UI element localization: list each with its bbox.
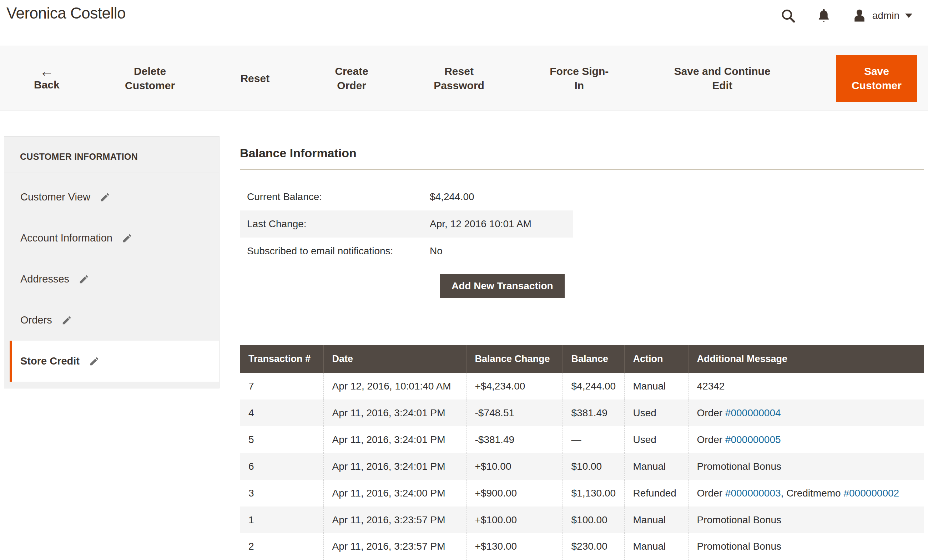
message-text: , Creditmemo: [781, 488, 844, 499]
sidebar-title: CUSTOMER INFORMATION: [4, 137, 219, 173]
cell-balance: $230.00: [563, 533, 624, 560]
toolbar-button-force-sign-in[interactable]: ← Force Sign- In: [549, 64, 609, 93]
transaction-row: 7Apr 12, 2016, 10:01:40 AM+$4,234.00$4,2…: [240, 373, 924, 400]
toolbar-button-reset-password[interactable]: ← Reset Password: [433, 64, 484, 93]
pencil-icon: [122, 233, 133, 243]
cell-additional-message: Promotional Bonus: [688, 533, 924, 560]
toolbar-button-label: Reset Password: [433, 64, 484, 93]
sidebar-item-store-credit[interactable]: Store Credit: [10, 341, 219, 382]
sidebar-item-label: Addresses: [20, 273, 69, 285]
balance-field-label: Subscribed to email notifications:: [247, 245, 430, 257]
toolbar-button-delete-customer[interactable]: ← Delete Customer: [125, 64, 175, 93]
toolbar-button-reset[interactable]: ← Reset: [240, 72, 270, 85]
toolbar-button-label: Force Sign- In: [549, 64, 609, 93]
message-text: Promotional Bonus: [697, 514, 781, 525]
transaction-row: 3Apr 11, 2016, 3:24:00 PM+$900.00$1,130.…: [240, 480, 924, 507]
search-icon[interactable]: [780, 8, 796, 24]
message-text: Promotional Bonus: [697, 461, 781, 472]
toolbar-button-label: Delete Customer: [125, 64, 175, 93]
cell-action: Refunded: [624, 480, 688, 507]
sidebar-item-orders[interactable]: Orders: [4, 300, 219, 341]
cell-balance: $381.49: [563, 400, 624, 426]
admin-username: admin: [872, 10, 899, 21]
toolbar-button-label: Save and Continue Edit: [674, 64, 771, 93]
column-header-additional-message: Additional Message: [688, 345, 924, 373]
sidebar-items: Customer View Account Information Addres…: [4, 173, 219, 382]
cell-balance: $1,130.00: [563, 480, 624, 507]
cell-balance: $100.00: [563, 507, 624, 533]
cell-transaction-id: 7: [240, 373, 324, 400]
column-header-balance: Balance: [563, 345, 624, 373]
cell-date: Apr 11, 2016, 3:24:00 PM: [324, 480, 466, 507]
cell-date: Apr 11, 2016, 3:23:57 PM: [324, 533, 466, 560]
balance-field-row: Last Change: Apr, 12 2016 10:01 AM: [240, 210, 573, 237]
transaction-row: 6Apr 11, 2016, 3:24:01 PM+$10.00$10.00Ma…: [240, 453, 924, 480]
cell-date: Apr 11, 2016, 3:24:01 PM: [324, 426, 466, 453]
cell-additional-message: Order #000000003, Creditmemo #000000002: [688, 480, 924, 507]
toolbar-button-label: Back: [34, 78, 60, 92]
cell-action: Manual: [624, 533, 688, 560]
cell-additional-message: 42342: [688, 373, 924, 400]
cell-transaction-id: 1: [240, 507, 324, 533]
cell-date: Apr 11, 2016, 3:24:01 PM: [324, 453, 466, 480]
sidebar-item-account-information[interactable]: Account Information: [4, 218, 219, 259]
balance-field-label: Last Change:: [247, 218, 430, 230]
cell-balance-change: +$4,234.00: [466, 373, 563, 400]
cell-date: Apr 12, 2016, 10:01:40 AM: [324, 373, 466, 400]
transaction-row: 1Apr 11, 2016, 3:23:57 PM+$100.00$100.00…: [240, 507, 924, 533]
column-header-balance-change: Balance Change: [466, 345, 563, 373]
message-text: 42342: [697, 380, 725, 392]
cell-balance: $10.00: [563, 453, 624, 480]
balance-field-value: Apr, 12 2016 10:01 AM: [430, 218, 531, 230]
column-header-date: Date: [324, 345, 466, 373]
toolbar-button-label: Save Customer: [852, 64, 902, 93]
add-new-transaction-button[interactable]: Add New Transaction: [440, 274, 565, 298]
cell-additional-message: Order #000000005: [688, 426, 924, 453]
sidebar-item-addresses[interactable]: Addresses: [4, 259, 219, 300]
transactions-table-header: Transaction #DateBalance ChangeBalanceAc…: [240, 345, 924, 373]
transaction-row: 5Apr 11, 2016, 3:24:01 PM-$381.49—UsedOr…: [240, 426, 924, 453]
sidebar-item-label: Customer View: [20, 191, 90, 203]
balance-information-fields: Current Balance: $4,244.00 Last Change: …: [240, 183, 573, 265]
cell-action: Used: [624, 400, 688, 426]
user-avatar-icon: [852, 8, 867, 24]
toolbar-button-create-order[interactable]: ← Create Order: [335, 64, 368, 93]
toolbar-button-label: Create Order: [335, 64, 368, 93]
sidebar-item-label: Account Information: [20, 232, 113, 244]
balance-field-value: No: [430, 245, 443, 257]
cell-additional-message: Order #000000004: [688, 400, 924, 426]
toolbar-button-save-customer[interactable]: ← Save Customer: [836, 55, 917, 102]
document-link[interactable]: #000000003: [725, 488, 781, 499]
balance-field-value: $4,244.00: [430, 191, 474, 202]
cell-transaction-id: 5: [240, 426, 324, 453]
toolbar-button-label: Reset: [240, 72, 270, 85]
cell-transaction-id: 4: [240, 400, 324, 426]
toolbar-button-back[interactable]: ← Back: [34, 65, 60, 92]
cell-balance-change: -$748.51: [466, 400, 563, 426]
column-header-transaction: Transaction #: [240, 345, 324, 373]
cell-action: Manual: [624, 453, 688, 480]
cell-balance-change: +$900.00: [466, 480, 563, 507]
page-title: Veronica Costello: [6, 4, 126, 22]
document-link[interactable]: #000000004: [725, 407, 781, 418]
message-text: Promotional Bonus: [697, 541, 781, 552]
cell-balance: $4,244.00: [563, 373, 624, 400]
cell-action: Used: [624, 426, 688, 453]
notifications-icon[interactable]: [817, 8, 831, 24]
sidebar-item-label: Orders: [20, 314, 52, 326]
cell-action: Manual: [624, 507, 688, 533]
customer-information-sidebar: CUSTOMER INFORMATION Customer View Accou…: [4, 136, 220, 388]
cell-date: Apr 11, 2016, 3:24:01 PM: [324, 400, 466, 426]
sidebar-item-label: Store Credit: [20, 355, 79, 367]
message-text: Order: [697, 407, 725, 418]
toolbar-button-save-and-continue-edit[interactable]: ← Save and Continue Edit: [674, 64, 771, 93]
page-header: Veronica Costello admin: [0, 0, 928, 46]
document-link[interactable]: #000000002: [843, 488, 899, 499]
caret-down-icon: [905, 14, 912, 18]
cell-balance: —: [563, 426, 624, 453]
document-link[interactable]: #000000005: [725, 434, 781, 445]
sidebar-item-customer-view[interactable]: Customer View: [4, 177, 219, 218]
header-actions: admin: [780, 8, 912, 24]
admin-menu[interactable]: admin: [852, 8, 912, 24]
section-title: Balance Information: [240, 146, 924, 160]
